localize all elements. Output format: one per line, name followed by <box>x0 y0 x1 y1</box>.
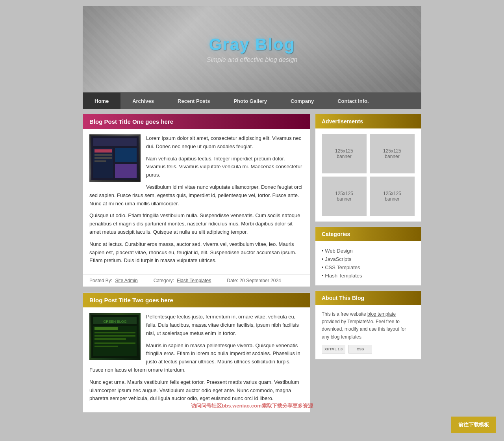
ad-banner-4[interactable]: 125x125banner <box>370 177 415 216</box>
svg-rect-15 <box>94 338 126 340</box>
svg-rect-16 <box>94 342 135 344</box>
category-item-3: CSS Templates <box>322 263 415 272</box>
category-label: Category: <box>154 278 174 283</box>
svg-rect-2 <box>93 148 113 178</box>
nav-company[interactable]: Company <box>279 93 326 109</box>
author-link[interactable]: Site Admin <box>115 278 137 283</box>
category-link-3[interactable]: CSS Templates <box>325 264 360 270</box>
ads-title: Advertisements <box>315 114 421 128</box>
about-text-2: provided by TemplateMo. Feel free to dow… <box>322 319 406 339</box>
date-label: Date: 20 September 2024 <box>227 278 281 283</box>
svg-rect-11 <box>93 326 137 356</box>
css-badge: CSS <box>348 345 372 354</box>
post-1-content: Lorem ipsum dolor sit amet, consectetur … <box>83 129 310 274</box>
post-1-image <box>89 134 141 182</box>
post-1-image-inner <box>89 134 141 182</box>
category-item-2: JavaScripts <box>322 255 415 263</box>
ad-banner-2[interactable]: 125x125banner <box>370 134 415 173</box>
ads-widget: Advertisements 125x125banner 125x125bann… <box>315 114 421 222</box>
category-link-4[interactable]: Flash Templates <box>325 273 362 279</box>
blog-template-link[interactable]: blog template <box>367 311 396 317</box>
nav-archives[interactable]: Archives <box>120 93 166 109</box>
svg-rect-3 <box>115 148 137 162</box>
categories-title: Categories <box>315 227 421 241</box>
xhtml-badge: XHTML 1.0 <box>322 345 345 354</box>
ad-banner-1[interactable]: 125x125banner <box>322 134 367 173</box>
svg-rect-4 <box>115 164 137 178</box>
category-list: Web Design JavaScripts CSS Templates Fla… <box>322 247 415 280</box>
svg-rect-13 <box>94 332 135 333</box>
blog-post-2: Blog Post Title Two goes here <box>83 292 310 413</box>
nav-contact[interactable]: Contact Info. <box>326 93 380 109</box>
post-2-title: Blog Post Title Two goes here <box>83 293 310 307</box>
site-subtitle: Simple and effective blog design <box>207 56 297 63</box>
svg-rect-5 <box>94 149 112 153</box>
sidebar: Advertisements 125x125banner 125x125bann… <box>315 114 421 364</box>
svg-rect-8 <box>94 160 106 162</box>
categories-content: Web Design JavaScripts CSS Templates Fla… <box>315 241 421 285</box>
svg-rect-1 <box>93 138 137 146</box>
nav-photo-gallery[interactable]: Photo Gallery <box>222 93 279 109</box>
blog-post-1: Blog Post Title One goes here <box>83 114 310 287</box>
download-button[interactable]: 前往下载模板 <box>451 417 496 418</box>
main-nav: Home Archives Recent Posts Photo Gallery… <box>83 93 421 109</box>
post-2-p3: Nunc eget urna. Mauris vestibulum felis … <box>89 378 304 403</box>
nav-home[interactable]: Home <box>83 93 120 109</box>
posted-by-label: Posted By: <box>89 278 112 283</box>
w3c-badges: XHTML 1.0 CSS <box>322 345 415 354</box>
about-title: About This Blog <box>315 291 421 305</box>
category-link-2[interactable]: JavaScripts <box>325 256 351 262</box>
post-2-image-inner: GREEN BLOG <box>89 313 141 360</box>
post-1-footer: Posted By: Site Admin Category: Flash Te… <box>83 274 310 287</box>
svg-rect-7 <box>94 157 112 159</box>
post-2-image: GREEN BLOG <box>89 313 141 360</box>
svg-rect-17 <box>94 346 118 347</box>
svg-text:GREEN BLOG: GREEN BLOG <box>103 320 127 324</box>
post-1-p3: Vestibulum id mi vitae nunc vulputate ul… <box>89 183 304 208</box>
about-content: This is a free website blog template pro… <box>315 305 421 359</box>
site-header: Gray Blog Simple and effective blog desi… <box>83 6 421 93</box>
categories-widget: Categories Web Design JavaScripts CSS Te… <box>315 227 421 286</box>
nav-recent-posts[interactable]: Recent Posts <box>166 93 222 109</box>
svg-rect-6 <box>94 154 112 156</box>
category-link-1[interactable]: Web Design <box>325 248 353 254</box>
post-1-p4: Quisque ut odio. Etiam fringilla vestibu… <box>89 212 304 236</box>
content-area: Blog Post Title One goes here <box>83 114 310 418</box>
svg-rect-14 <box>94 335 135 337</box>
post-2-content: GREEN BLOG Pellentesque lectus justo, fe… <box>83 307 310 412</box>
main-layout: Blog Post Title One goes here <box>83 114 421 418</box>
svg-rect-12 <box>94 327 118 330</box>
category-item-1: Web Design <box>322 247 415 255</box>
about-text: This is a free website blog template pro… <box>322 311 415 341</box>
post-1-p5: Nunc at lectus. Curabitur eros massa, au… <box>89 240 304 265</box>
about-widget: About This Blog This is a free website b… <box>315 290 421 359</box>
site-title: Gray Blog <box>209 35 295 54</box>
about-text-1: This is a free website <box>322 311 367 317</box>
category-link[interactable]: Flash Templates <box>177 278 211 283</box>
ads-content: 125x125banner 125x125banner 125x125banne… <box>315 128 421 221</box>
ad-banner-3[interactable]: 125x125banner <box>322 177 367 216</box>
post-1-title: Blog Post Title One goes here <box>83 114 310 129</box>
category-item-4: Flash Templates <box>322 272 415 280</box>
ad-grid: 125x125banner 125x125banner 125x125banne… <box>322 134 415 216</box>
